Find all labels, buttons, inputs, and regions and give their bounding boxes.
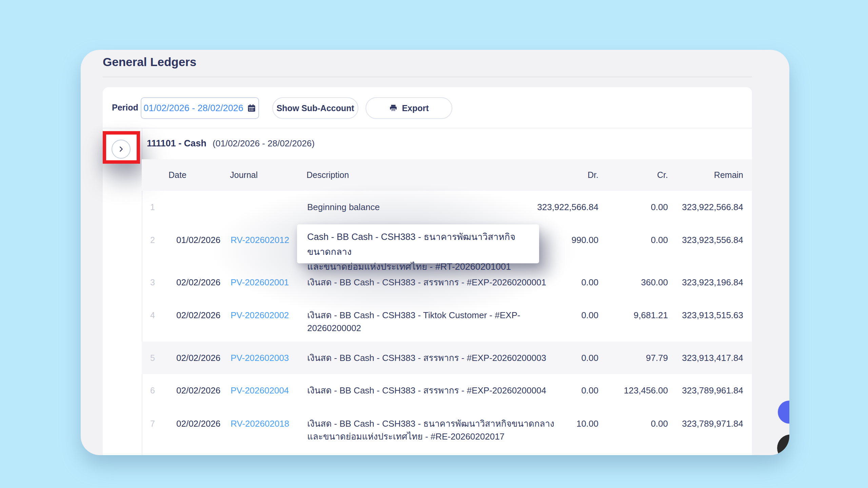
row-number: 1: [150, 191, 155, 223]
row-date: 02/02/2026: [176, 342, 220, 374]
row-cr-amount: 0.00: [651, 224, 668, 256]
table-row: 702/02/2026RV-202602018เงินสด - BB Cash …: [142, 407, 752, 453]
journal-link[interactable]: PV-202602001: [231, 266, 289, 299]
row-dr-amount: 323,922,566.84: [537, 191, 598, 223]
printer-icon: [389, 104, 398, 113]
row-number: 4: [150, 299, 155, 331]
row-remain-amount: 323,913,417.84: [682, 342, 743, 374]
table-row: 1Beginning balance323,922,566.840.00323,…: [142, 191, 752, 223]
calendar-icon: [247, 103, 256, 113]
row-cr-amount: 360.00: [641, 266, 668, 299]
column-header-description: Description: [307, 159, 349, 191]
row-number: 2: [150, 224, 155, 256]
journal-link[interactable]: RV-202602018: [231, 407, 289, 440]
row-description-line: 20260200002: [307, 322, 538, 334]
journal-link[interactable]: PV-202602003: [231, 342, 289, 374]
row-date: 02/02/2026: [176, 299, 220, 331]
row-date: 02/02/2026: [176, 266, 220, 299]
row-description-line: เงินสด - BB Cash - CSH383 - สรรพากร - #E…: [307, 374, 538, 407]
table-row: 402/02/2026PV-202602002เงินสด - BB Cash …: [142, 299, 752, 344]
row-dr-amount: 0.00: [581, 342, 598, 374]
title-divider: [103, 77, 752, 77]
row-date: 02/02/2026: [176, 407, 220, 440]
column-header-date: Date: [169, 159, 186, 191]
account-code-name: 111101 - Cash: [147, 138, 206, 148]
row-number: 6: [150, 374, 155, 407]
export-button[interactable]: Export: [366, 97, 452, 119]
row-cr-amount: 0.00: [651, 191, 668, 223]
table-row: 502/02/2026PV-202602003เงินสด - BB Cash …: [142, 342, 752, 374]
row-remain-amount: 323,789,971.84: [682, 407, 743, 440]
secondary-fab-button[interactable]: [777, 434, 789, 455]
general-ledgers-card: General Ledgers Period 01/02/2026 - 28/0…: [81, 50, 789, 455]
row-dr-amount: 0.00: [581, 266, 598, 299]
export-label: Export: [402, 103, 429, 113]
row-description: Beginning balance: [307, 191, 538, 223]
column-header-dr: Dr.: [588, 159, 598, 191]
journal-link[interactable]: PV-202602002: [231, 299, 289, 331]
show-sub-account-button[interactable]: Show Sub-Account: [272, 97, 358, 119]
tooltip-line-2: และขนาดย่อมแห่งประเทศไทย - #RT-202602010…: [307, 259, 530, 274]
row-remain-amount: 323,789,961.84: [682, 374, 743, 407]
row-cr-amount: 97.79: [646, 342, 668, 374]
row-dr-amount: 0.00: [581, 374, 598, 407]
row-remain-amount: 323,922,566.84: [682, 191, 743, 223]
row-description: เงินสด - BB Cash - CSH383 - สรรพากร - #E…: [307, 374, 538, 407]
table-header: Date Journal Description Dr. Cr. Remain: [142, 159, 752, 191]
ledger-panel: Period 01/02/2026 - 28/02/2026: [103, 87, 752, 455]
tooltip-line-1: Cash - BB Cash - CSH383 - ธนาคารพัฒนาวิส…: [307, 229, 530, 259]
period-label: Period: [112, 87, 138, 128]
row-description-line: เงินสด - BB Cash - CSH383 - Tiktok Custo…: [307, 309, 538, 322]
row-dr-amount: 10.00: [576, 407, 598, 440]
table-row: 602/02/2026PV-202602004เงินสด - BB Cash …: [142, 374, 752, 407]
column-header-cr: Cr.: [657, 159, 668, 191]
row-date: 02/02/2026: [176, 374, 220, 407]
chat-fab-button[interactable]: [778, 401, 789, 424]
column-header-remain: Remain: [714, 159, 743, 191]
account-header: 111101 - Cash (01/02/2026 - 28/02/2026): [147, 128, 315, 159]
row-description-line: และขนาดย่อมแห่งประเทศไทย - #RE-202602020…: [307, 430, 538, 443]
row-remain-amount: 323,923,196.84: [682, 266, 743, 299]
row-description-line: เงินสด - BB Cash - CSH383 - ธนาคารพัฒนาว…: [307, 417, 538, 430]
show-sub-account-label: Show Sub-Account: [276, 103, 354, 113]
row-description: เงินสด - BB Cash - CSH383 - สรรพากร - #E…: [307, 342, 538, 374]
column-header-journal: Journal: [230, 159, 258, 191]
period-range-value: 01/02/2026 - 28/02/2026: [143, 103, 243, 114]
journal-link[interactable]: RV-202602012: [231, 224, 289, 256]
row-description-line: เงินสด - BB Cash - CSH383 - สรรพากร - #E…: [307, 342, 538, 374]
page-title: General Ledgers: [103, 55, 196, 69]
row-description: เงินสด - BB Cash - CSH383 - ธนาคารพัฒนาว…: [307, 407, 538, 443]
row-dr-amount: 0.00: [581, 299, 598, 331]
row-date: 01/02/2026: [176, 224, 220, 256]
row-description-line: Beginning balance: [307, 191, 538, 223]
period-range-picker[interactable]: 01/02/2026 - 28/02/2026: [141, 97, 259, 119]
account-period-range: (01/02/2026 - 28/02/2026): [213, 138, 315, 148]
row-remain-amount: 323,923,556.84: [682, 224, 743, 256]
row-number: 5: [150, 342, 155, 374]
row-cr-amount: 0.00: [651, 407, 668, 440]
row-cr-amount: 123,456.00: [624, 374, 668, 407]
row-cr-amount: 9,681.21: [634, 299, 668, 331]
journal-link[interactable]: PV-202602004: [231, 374, 289, 407]
row-dr-amount: 990.00: [571, 224, 598, 256]
row-description: เงินสด - BB Cash - CSH383 - Tiktok Custo…: [307, 299, 538, 334]
row-number: 3: [150, 266, 155, 299]
filter-row: Period 01/02/2026 - 28/02/2026: [103, 87, 752, 128]
description-tooltip: Cash - BB Cash - CSH383 - ธนาคารพัฒนาวิส…: [297, 224, 539, 263]
row-remain-amount: 323,913,515.63: [682, 299, 743, 331]
annotation-highlight-box: [103, 131, 140, 164]
row-number: 7: [150, 407, 155, 440]
